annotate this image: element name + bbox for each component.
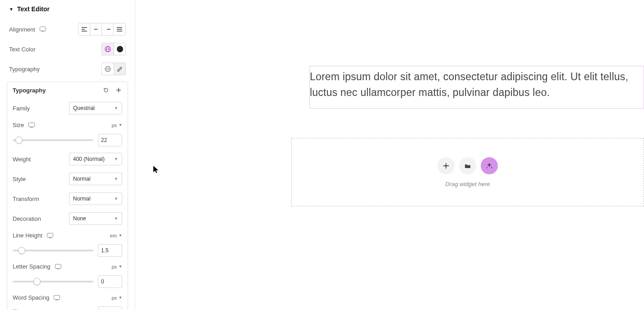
align-right-button[interactable] [102,23,114,35]
chevron-down-icon: ▼ [114,216,118,221]
responsive-icon[interactable] [28,123,35,128]
size-label: Size [13,122,24,128]
typography-edit-button[interactable] [114,63,125,75]
plus-icon [443,163,449,169]
svg-rect-0 [40,27,46,31]
svg-rect-12 [55,264,61,268]
plus-icon [116,87,121,93]
size-unit: px [111,123,117,128]
size-unit-select[interactable]: px ▼ [111,123,122,128]
svg-rect-1 [41,32,44,32]
letter-spacing-input[interactable] [98,275,122,288]
style-label: Style [13,176,26,182]
section-title: Text Editor [17,5,50,13]
typography-panel-title: Typography [13,87,46,94]
text-color-label: Text Color [9,46,36,53]
alignment-label: Alignment [9,26,35,33]
decoration-label: Decoration [13,215,41,222]
line-height-slider-row [7,242,128,260]
custom-color-button[interactable] [114,43,125,55]
row-line-height: Line Height em ▼ [7,228,128,242]
weight-label: Weight [13,156,31,163]
weight-select[interactable]: 400 (Normal) ▼ [69,153,122,165]
chevron-down-icon: ▼ [114,177,118,181]
add-widget-button[interactable] [437,157,455,174]
add-template-button[interactable] [459,157,476,174]
text-widget[interactable]: Lorem ipsum dolor sit amet, consectetur … [309,66,644,109]
svg-point-16 [491,167,492,168]
row-word-spacing: Word Spacing px ▼ [7,291,128,305]
chevron-down-icon: ▼ [114,106,118,110]
word-spacing-unit: px [111,295,117,301]
family-select[interactable]: Questrial ▼ [69,102,122,114]
control-alignment: Alignment [0,19,135,39]
typography-label: Typography [9,66,40,73]
globe-icon [105,66,111,72]
row-family: Family Questrial ▼ [7,98,128,118]
svg-rect-15 [55,300,58,300]
empty-section-dropzone[interactable]: Drag widget here [291,138,644,206]
svg-rect-10 [47,233,53,237]
typography-panel-header: Typography [7,82,128,98]
style-select[interactable]: Normal ▼ [69,173,122,185]
align-justify-button[interactable] [114,23,125,35]
svg-rect-11 [49,237,51,238]
svg-point-17 [487,167,488,168]
letter-spacing-unit: px [111,264,117,269]
letter-spacing-slider[interactable] [13,277,93,286]
word-spacing-slider[interactable] [13,308,93,310]
align-left-icon [82,27,87,32]
chevron-down-icon: ▼ [119,233,122,237]
svg-rect-13 [57,269,60,269]
typography-global-button[interactable] [102,63,114,75]
style-sidebar: ▼ Text Editor Alignment Text Color [0,0,135,310]
size-input[interactable] [98,134,122,146]
globe-icon [105,46,111,52]
typography-reset-button[interactable] [102,87,110,94]
word-spacing-unit-select[interactable]: px ▼ [111,295,122,301]
chevron-down-icon: ▼ [119,296,122,300]
size-slider[interactable] [13,136,93,145]
line-height-slider[interactable] [13,246,93,255]
global-color-button[interactable] [102,43,114,55]
responsive-icon[interactable] [47,233,53,238]
svg-rect-8 [29,123,35,127]
align-center-icon [93,27,99,32]
word-spacing-slider-row [7,305,128,310]
mouse-cursor-icon [153,166,159,174]
decoration-select[interactable]: None ▼ [69,212,122,225]
responsive-icon[interactable] [40,26,46,32]
row-decoration: Decoration None ▼ [7,209,128,228]
letter-spacing-slider-row [7,274,128,291]
editor-canvas[interactable]: Lorem ipsum dolor sit amet, consectetur … [135,0,644,310]
word-spacing-input[interactable] [98,306,122,310]
transform-select[interactable]: Normal ▼ [69,192,122,205]
section-header-text-editor[interactable]: ▼ Text Editor [0,0,135,19]
line-height-unit-select[interactable]: em ▼ [110,233,122,238]
control-text-color: Text Color [0,39,135,59]
typography-add-button[interactable] [115,87,122,94]
decoration-value: None [73,215,86,222]
dropzone-hint: Drag widget here [446,181,490,187]
line-height-input[interactable] [98,244,122,257]
align-center-button[interactable] [90,23,102,35]
family-value: Questrial [73,105,95,111]
line-height-label: Line Height [13,232,42,239]
line-height-unit: em [110,233,117,238]
pencil-icon [117,66,123,72]
letter-spacing-unit-select[interactable]: px ▼ [111,264,122,269]
responsive-icon[interactable] [55,264,61,269]
drop-action-buttons [437,157,498,174]
chevron-down-icon: ▼ [114,157,118,161]
style-value: Normal [73,176,91,182]
responsive-icon[interactable] [54,295,60,301]
word-spacing-label: Word Spacing [13,294,49,301]
ai-button[interactable] [481,157,498,174]
color-swatch-icon [117,46,123,52]
row-letter-spacing: Letter Spacing px ▼ [7,260,128,274]
svg-rect-14 [54,295,60,299]
transform-value: Normal [73,196,91,202]
align-left-button[interactable] [78,23,90,35]
chevron-down-icon: ▼ [119,123,122,127]
alignment-buttons [78,23,126,36]
